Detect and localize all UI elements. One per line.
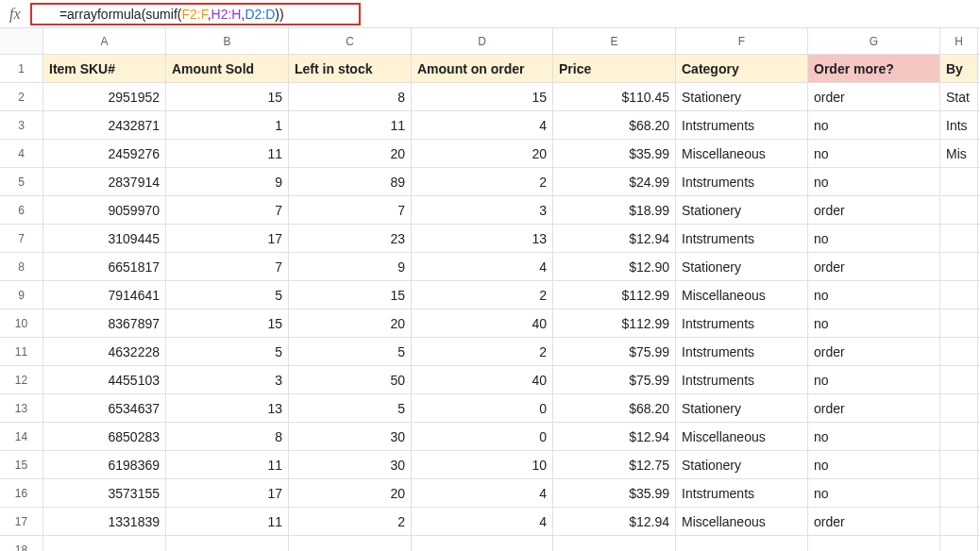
cell-amount-sold[interactable]: 15 — [166, 83, 289, 110]
cell-category[interactable]: Stationery — [676, 451, 808, 478]
cell-left-in-stock[interactable]: 30 — [289, 423, 412, 450]
cell-left-in-stock[interactable]: 5 — [289, 394, 412, 422]
cell-by[interactable] — [940, 394, 978, 422]
cell-left-in-stock[interactable]: 20 — [289, 140, 412, 167]
cell-by[interactable] — [940, 225, 978, 252]
cell-category[interactable]: Intstruments — [676, 479, 808, 507]
cell-left-in-stock[interactable]: 11 — [289, 111, 412, 139]
row-header[interactable]: 13 — [0, 394, 43, 422]
cell-price[interactable]: $12.94 — [553, 423, 676, 450]
col-header-c[interactable]: C — [289, 28, 412, 54]
cell-left-in-stock[interactable]: 89 — [289, 168, 412, 195]
cell-by[interactable] — [940, 423, 978, 450]
cell-empty[interactable] — [676, 536, 808, 551]
cell-amount-sold[interactable]: 1 — [166, 111, 289, 139]
cell-left-in-stock[interactable]: 7 — [289, 196, 412, 224]
col-header-e[interactable]: E — [553, 28, 676, 54]
cell-amount-on-order[interactable]: 3 — [412, 196, 553, 224]
cell-sku[interactable]: 2837914 — [43, 168, 166, 195]
cell-by[interactable] — [940, 281, 978, 309]
cell-price[interactable]: $35.99 — [553, 479, 676, 507]
cell-by[interactable]: Mis — [940, 140, 978, 167]
cell-order-more[interactable]: order — [808, 253, 940, 280]
cell-amount-sold[interactable]: 15 — [166, 309, 289, 337]
cell-sku[interactable]: 3109445 — [43, 225, 166, 252]
cell-amount-on-order[interactable]: 2 — [412, 168, 553, 195]
cell-by[interactable] — [940, 196, 978, 224]
row-header[interactable]: 14 — [0, 423, 43, 450]
col-header-g[interactable]: G — [808, 28, 940, 54]
row-header[interactable]: 7 — [0, 225, 43, 252]
cell-left-in-stock[interactable]: 8 — [289, 83, 412, 110]
cell-category[interactable]: Intstruments — [676, 309, 808, 337]
cell-sku[interactable]: 6850283 — [43, 423, 166, 450]
cell-price[interactable]: $24.99 — [553, 168, 676, 195]
cell-amount-on-order[interactable]: 4 — [412, 253, 553, 280]
cell-category[interactable]: Intstruments — [676, 111, 808, 139]
cell-by[interactable] — [940, 451, 978, 478]
cell-empty[interactable] — [289, 536, 412, 551]
cell-header-sku[interactable]: Item SKU# — [43, 55, 166, 82]
cell-left-in-stock[interactable]: 23 — [289, 225, 412, 252]
row-header[interactable]: 4 — [0, 140, 43, 167]
cell-sku[interactable]: 2951952 — [43, 83, 166, 110]
cell-price[interactable]: $35.99 — [553, 140, 676, 167]
cell-left-in-stock[interactable]: 20 — [289, 479, 412, 507]
cell-category[interactable]: Intstruments — [676, 225, 808, 252]
cell-left-in-stock[interactable]: 5 — [289, 338, 412, 365]
cell-amount-sold[interactable]: 7 — [166, 196, 289, 224]
cell-order-more[interactable]: order — [808, 508, 940, 535]
cell-sku[interactable]: 6651817 — [43, 253, 166, 280]
cell-empty[interactable] — [808, 536, 940, 551]
cell-amount-on-order[interactable]: 4 — [412, 508, 553, 535]
cell-amount-sold[interactable]: 3 — [166, 366, 289, 393]
cell-category[interactable]: Miscellaneous — [676, 423, 808, 450]
cell-header-price[interactable]: Price — [553, 55, 676, 82]
cell-left-in-stock[interactable]: 2 — [289, 508, 412, 535]
cell-amount-on-order[interactable]: 13 — [412, 225, 553, 252]
cell-order-more[interactable]: order — [808, 394, 940, 422]
cell-left-in-stock[interactable]: 15 — [289, 281, 412, 309]
cell-sku[interactable]: 6534637 — [43, 394, 166, 422]
cell-category[interactable]: Miscellaneous — [676, 508, 808, 535]
row-header[interactable]: 3 — [0, 111, 43, 139]
cell-order-more[interactable]: order — [808, 196, 940, 224]
cell-amount-on-order[interactable]: 4 — [412, 479, 553, 507]
cell-header-by[interactable]: By — [940, 55, 978, 82]
cell-sku[interactable]: 4632228 — [43, 338, 166, 365]
cell-price[interactable]: $112.99 — [553, 309, 676, 337]
cell-order-more[interactable]: order — [808, 338, 940, 365]
col-header-h[interactable]: H — [940, 28, 978, 54]
cell-amount-on-order[interactable]: 10 — [412, 451, 553, 478]
cell-sku[interactable]: 2459276 — [43, 140, 166, 167]
cell-header-left-in-stock[interactable]: Left in stock — [289, 55, 412, 82]
cell-price[interactable]: $75.99 — [553, 338, 676, 365]
cell-order-more[interactable]: no — [808, 366, 940, 393]
cell-amount-on-order[interactable]: 40 — [412, 366, 553, 393]
cell-header-amount-on-order[interactable]: Amount on order — [412, 55, 553, 82]
cell-category[interactable]: Miscellaneous — [676, 140, 808, 167]
col-header-f[interactable]: F — [676, 28, 808, 54]
cell-sku[interactable]: 2432871 — [43, 111, 166, 139]
cell-by[interactable]: Stat — [940, 83, 978, 110]
col-header-b[interactable]: B — [166, 28, 289, 54]
cell-sku[interactable]: 8367897 — [43, 309, 166, 337]
cell-amount-on-order[interactable]: 15 — [412, 83, 553, 110]
cell-price[interactable]: $110.45 — [553, 83, 676, 110]
cell-sku[interactable]: 6198369 — [43, 451, 166, 478]
row-header[interactable]: 11 — [0, 338, 43, 365]
cell-empty[interactable] — [940, 536, 978, 551]
cell-amount-sold[interactable]: 8 — [166, 423, 289, 450]
cell-by[interactable] — [940, 168, 978, 195]
cell-order-more[interactable]: no — [808, 451, 940, 478]
cell-by[interactable] — [940, 338, 978, 365]
cell-header-amount-sold[interactable]: Amount Sold — [166, 55, 289, 82]
cell-order-more[interactable]: no — [808, 168, 940, 195]
row-header[interactable]: 2 — [0, 83, 43, 110]
cell-category[interactable]: Stationery — [676, 394, 808, 422]
cell-category[interactable]: Stationery — [676, 83, 808, 110]
row-header[interactable]: 17 — [0, 508, 43, 535]
cell-left-in-stock[interactable]: 50 — [289, 366, 412, 393]
cell-amount-sold[interactable]: 9 — [166, 168, 289, 195]
row-header[interactable]: 16 — [0, 479, 43, 507]
